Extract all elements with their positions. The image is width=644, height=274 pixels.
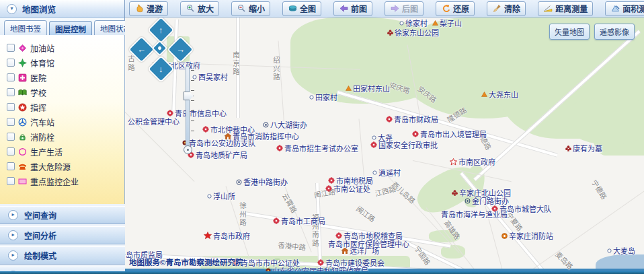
section-header-绘制模式[interactable]: ▸绘制模式 (0, 246, 125, 265)
toolbar-button-前图[interactable]: 前图 (333, 1, 372, 16)
road-label: 麦岛路 (553, 249, 575, 271)
map-label: 徐家东山公园 (387, 27, 439, 38)
legend-label: 体育馆 (30, 57, 54, 69)
layer-checkbox[interactable] (7, 44, 15, 52)
zoom-out-button[interactable] (184, 145, 192, 154)
toolbar-button-清除[interactable]: 清除 (487, 1, 526, 16)
map-label: 大麦岛 (607, 245, 635, 256)
zoom-tick (191, 70, 194, 71)
chevron-right-circle-icon: ▸ (8, 230, 18, 240)
map-label: 田家村 (309, 92, 337, 102)
layer-checkbox[interactable] (7, 59, 15, 67)
layer-checkbox[interactable] (7, 133, 15, 141)
legend-row: 汽车站 (7, 114, 124, 129)
legend-row: 生产生活 (7, 144, 124, 159)
toolbar-button-缩小[interactable]: 缩小 (231, 1, 270, 16)
rosette-marker-icon (276, 145, 283, 151)
layer-checkbox[interactable] (7, 177, 15, 185)
club-marker-icon (565, 145, 571, 151)
layer-checkbox[interactable] (7, 103, 15, 111)
basemap-button-遥感影像[interactable]: 遥感影像 (594, 24, 635, 40)
rosette-marker-icon (325, 185, 332, 192)
map-label-text: 公积金管理中心 (128, 116, 179, 127)
club-marker-icon (387, 30, 393, 36)
toolbar-button-label: 后图 (402, 3, 418, 14)
toolbar-button-还原[interactable]: 还原 (436, 1, 475, 16)
sidebar: ▾ 地图浏览 地图书签图层控制地图状态 加油站体育馆医院学校指挥汽车站消防栓生产… (0, 0, 125, 271)
map-label-text: 辛家庄消防站 (509, 230, 553, 241)
layer-checkbox[interactable] (7, 147, 15, 156)
section-header-空间查询[interactable]: ▸空间查询 (0, 267, 125, 271)
rosette-marker-icon (412, 131, 419, 137)
legend-row: 体育馆 (7, 55, 124, 70)
legend-label: 汽车站 (30, 116, 54, 128)
layer-checkbox[interactable] (7, 88, 15, 96)
pan-left-button[interactable]: ← (128, 36, 155, 63)
basemap-button-矢量地图[interactable]: 矢量地图 (549, 24, 590, 40)
section-header-空间查询[interactable]: ▸空间查询 (0, 206, 125, 224)
pan-up-button[interactable]: ↑ (147, 18, 175, 44)
legend-row: 学校 (7, 85, 124, 100)
arrow-right-icon: → (176, 45, 185, 54)
toolbar-button-label: 放大 (198, 3, 214, 14)
map-label-text: 青岛市出入境管理局 (420, 129, 487, 139)
bus-station-icon (18, 118, 27, 127)
map-label-text: 大尧东山 (489, 89, 518, 100)
legend-label: 加油站 (30, 42, 54, 54)
zoom-slider-track[interactable] (186, 66, 190, 149)
layer-checkbox[interactable] (7, 118, 15, 126)
pan-right-button[interactable]: → (167, 36, 194, 63)
arrow-left-icon: ← (137, 45, 146, 54)
section-label: 绘制模式 (24, 250, 56, 261)
toolbar-button-放大[interactable]: 放大 (180, 1, 219, 16)
section-header-空间分析[interactable]: ▸空间分析 (0, 226, 125, 244)
map-label-text: 青岛市海洋与渔业局 (441, 209, 508, 219)
distance-measure-icon (543, 4, 553, 13)
sidebar-header[interactable]: ▾ 地图浏览 (0, 0, 124, 18)
zoom-tick (191, 110, 194, 111)
toolbar-button-全图[interactable]: 全图 (282, 1, 321, 16)
map-canvas[interactable]: HHH 古路南京路绍兴路安庆路安庆路隆德路宁德路宁德路闽江路江西路燕儿岛路闽江路… (125, 18, 644, 271)
tab-图层控制[interactable]: 图层控制 (49, 21, 92, 36)
zoom-tick (191, 131, 194, 131)
zoom-tick (191, 80, 194, 81)
legend-row: 重点监控企业 (7, 174, 124, 189)
road-label: 香港中路 (278, 240, 307, 252)
toolbar-button-面积测量[interactable]: 面积测量 (605, 1, 644, 16)
pan-control: ↑ ← → ↓ (132, 20, 188, 77)
toolbar-button-后图[interactable]: 后图 (385, 1, 424, 16)
map-label: 青岛市招生考试办公室 (276, 143, 358, 153)
map-label-text: 青岛市政府 (213, 230, 250, 241)
zoom-slider-handle[interactable] (184, 92, 194, 100)
map-label: 香港中路街办 (236, 176, 288, 187)
zoom-tick (191, 90, 194, 91)
map-label: 逍遥村 (372, 167, 401, 178)
map-label: 田家村东山 (346, 83, 390, 94)
circle-small-marker-icon (372, 170, 377, 175)
area-measure-icon (610, 4, 620, 13)
layer-checkbox[interactable] (7, 73, 15, 81)
toolbar-button-距离测量[interactable]: 距离测量 (538, 1, 593, 16)
clear-icon (492, 4, 501, 13)
map-label: 浮山所 (207, 191, 235, 201)
production-life-icon (18, 147, 27, 156)
star-outline-marker-icon (450, 158, 457, 166)
pan-down-button[interactable]: ↓ (147, 55, 175, 83)
pan-center-button[interactable] (151, 40, 167, 56)
tab-地图书签[interactable]: 地图书签 (4, 20, 47, 35)
pan-hand-icon (134, 4, 144, 13)
map-label-text: 青岛市公安边防支队 (189, 137, 255, 148)
map-label-text: 青岛市招生考试办公室 (284, 143, 358, 153)
map-label: 八大湖街办 (263, 119, 307, 130)
chevron-down-icon[interactable]: ▾ (7, 4, 17, 14)
circle-small-marker-icon (399, 21, 404, 26)
hospital-icon (18, 73, 27, 82)
map-label-text: 青岛地质矿产局 (196, 149, 247, 160)
toolbar-button-漫游[interactable]: 漫游 (129, 1, 168, 16)
map-label-text: 青岛市财政局 (394, 114, 438, 125)
road-label: 云霄路 (280, 191, 300, 215)
map-label-text: 市南区政府 (458, 156, 495, 167)
layer-checkbox[interactable] (7, 162, 15, 170)
zoom-in-icon (186, 4, 195, 13)
map-label-text: 山东省公安厅走私犯罪侦察局 (272, 265, 368, 271)
